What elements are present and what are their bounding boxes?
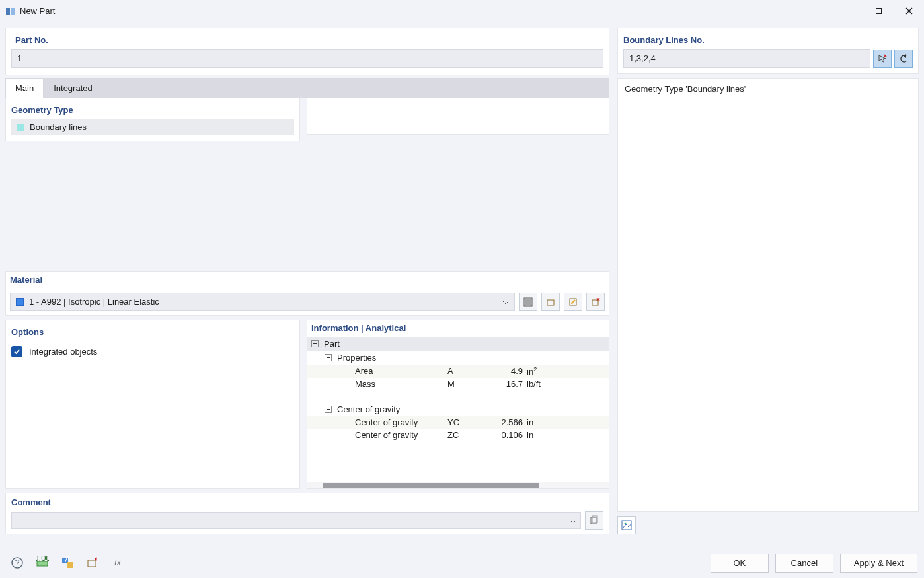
boundary-lines-label: Boundary Lines No. bbox=[623, 32, 913, 49]
units-button[interactable]: 0,00 bbox=[32, 553, 53, 573]
tree-blank bbox=[307, 390, 609, 402]
svg-rect-10 bbox=[547, 300, 554, 305]
collapse-icon[interactable] bbox=[311, 340, 319, 347]
tree-leaf-zc: Center of gravity ZC 0.106 in bbox=[307, 429, 609, 441]
comment-label: Comment bbox=[11, 497, 603, 511]
info-heading: Information | Analytical bbox=[307, 320, 609, 337]
left-column: Part No. Main Integrated Geometry Type B… bbox=[5, 28, 609, 534]
material-select[interactable]: 1 - A992 | Isotropic | Linear Elastic bbox=[10, 293, 515, 311]
comment-select[interactable] bbox=[11, 512, 581, 529]
chevron-down-icon bbox=[570, 516, 576, 526]
close-button[interactable] bbox=[894, 0, 924, 22]
help-graphics-button[interactable] bbox=[617, 516, 636, 534]
leaf-sym: YC bbox=[447, 417, 487, 427]
comment-group: Comment bbox=[5, 493, 609, 534]
svg-text:?: ? bbox=[15, 558, 19, 567]
geometry-type-swatch bbox=[17, 124, 24, 131]
ok-button[interactable]: OK bbox=[711, 554, 769, 573]
part-no-input[interactable] bbox=[11, 49, 603, 68]
tree-node-part[interactable]: Part bbox=[307, 337, 609, 351]
leaf-unit: in2 bbox=[527, 366, 537, 377]
material-delete-button[interactable] bbox=[586, 293, 605, 311]
reverse-button[interactable] bbox=[894, 50, 913, 68]
tree-node-cog-label: Center of gravity bbox=[337, 404, 400, 414]
leaf-name: Center of gravity bbox=[355, 430, 447, 440]
svg-rect-28 bbox=[88, 560, 96, 567]
tab-main[interactable]: Main bbox=[5, 78, 44, 98]
material-group-full: Material 1 - A992 | Isotropic | Linear E… bbox=[5, 271, 609, 316]
boundary-lines-input[interactable] bbox=[623, 49, 870, 68]
footer-tools: ? 0,00 A fx bbox=[7, 553, 128, 573]
app-icon bbox=[5, 6, 16, 17]
options-col: Options Integrated objects bbox=[5, 320, 300, 489]
dialog-footer: ? 0,00 A fx OK Cancel Apply & Next bbox=[0, 548, 924, 578]
tree-leaf-area: Area A 4.9 in2 bbox=[307, 365, 609, 378]
preview-placeholder bbox=[307, 98, 609, 135]
material-row: 1 - A992 | Isotropic | Linear Elastic bbox=[6, 289, 609, 315]
help-footer bbox=[617, 512, 919, 534]
material-new-button[interactable] bbox=[541, 293, 560, 311]
tree-leaf-mass: Mass M 16.7 lb/ft bbox=[307, 378, 609, 390]
footer-actions: OK Cancel Apply & Next bbox=[711, 554, 917, 573]
maximize-button[interactable] bbox=[863, 0, 894, 22]
tree-node-cog[interactable]: Center of gravity bbox=[307, 402, 609, 416]
translate-button[interactable]: A bbox=[57, 553, 78, 573]
info-group: Information | Analytical Part Properties… bbox=[307, 320, 609, 489]
svg-point-20 bbox=[625, 523, 627, 524]
reset-button[interactable] bbox=[82, 553, 103, 573]
svg-rect-1 bbox=[11, 8, 15, 15]
chevron-down-icon bbox=[502, 297, 509, 307]
integrated-objects-checkbox[interactable] bbox=[11, 346, 22, 357]
info-col: Information | Analytical Part Properties… bbox=[307, 320, 609, 489]
part-no-label: Part No. bbox=[11, 32, 603, 49]
collapse-icon[interactable] bbox=[325, 406, 332, 413]
collapse-icon[interactable] bbox=[325, 354, 332, 361]
window-title: New Part bbox=[20, 6, 55, 16]
svg-rect-3 bbox=[876, 9, 881, 14]
leaf-sym: ZC bbox=[447, 430, 487, 440]
geometry-type-label: Geometry Type bbox=[11, 102, 294, 119]
apply-next-button[interactable]: Apply & Next bbox=[840, 554, 917, 573]
leaf-name: Area bbox=[355, 366, 447, 376]
tab-content: Geometry Type Boundary lines bbox=[5, 98, 609, 268]
material-edit-button[interactable] bbox=[564, 293, 582, 311]
material-library-button[interactable] bbox=[519, 293, 537, 311]
formula-button[interactable]: fx bbox=[107, 553, 128, 573]
page-body: Part No. Main Integrated Geometry Type B… bbox=[0, 22, 924, 540]
minimize-button[interactable] bbox=[833, 0, 863, 22]
help-button[interactable]: ? bbox=[7, 553, 28, 573]
geometry-type-value: Boundary lines bbox=[30, 122, 87, 132]
tree-node-part-label: Part bbox=[324, 339, 340, 349]
titlebar-left: New Part bbox=[5, 6, 55, 17]
leaf-unit: lb/ft bbox=[527, 379, 541, 389]
tree-leaf-yc: Center of gravity YC 2.566 in bbox=[307, 416, 609, 429]
horizontal-scrollbar[interactable] bbox=[307, 482, 609, 488]
leaf-val: 4.9 bbox=[487, 366, 527, 376]
svg-text:0,00: 0,00 bbox=[36, 556, 49, 563]
material-value: 1 - A992 | Isotropic | Linear Elastic bbox=[29, 297, 159, 307]
sub-right bbox=[307, 98, 609, 268]
comment-copy-button[interactable] bbox=[585, 511, 603, 530]
leaf-val: 0.106 bbox=[487, 430, 527, 440]
lower-two-col: Options Integrated objects Information |… bbox=[5, 320, 609, 489]
window-controls bbox=[833, 0, 924, 22]
leaf-unit: in bbox=[527, 417, 533, 427]
boundary-lines-group: Boundary Lines No. bbox=[617, 28, 919, 74]
window-titlebar: New Part bbox=[0, 0, 924, 22]
help-panel: Geometry Type 'Boundary lines' bbox=[617, 78, 919, 512]
leaf-sym: A bbox=[447, 366, 487, 376]
integrated-objects-row: Integrated objects bbox=[11, 346, 294, 357]
pick-lines-button[interactable] bbox=[873, 50, 892, 68]
cancel-button[interactable]: Cancel bbox=[775, 554, 833, 573]
comment-row bbox=[11, 511, 603, 530]
options-group: Options Integrated objects bbox=[5, 320, 300, 489]
leaf-val: 2.566 bbox=[487, 417, 527, 427]
leaf-unit: in bbox=[527, 430, 533, 440]
svg-rect-0 bbox=[6, 8, 10, 15]
sub-left: Geometry Type Boundary lines bbox=[5, 98, 300, 268]
tree-node-properties[interactable]: Properties bbox=[307, 351, 609, 365]
info-tree: Part Properties Area A 4.9 in2 bbox=[307, 337, 609, 482]
tab-integrated[interactable]: Integrated bbox=[44, 78, 102, 98]
scrollbar-thumb[interactable] bbox=[323, 483, 539, 488]
right-column: Boundary Lines No. Geometry Type 'Bounda… bbox=[617, 28, 919, 534]
